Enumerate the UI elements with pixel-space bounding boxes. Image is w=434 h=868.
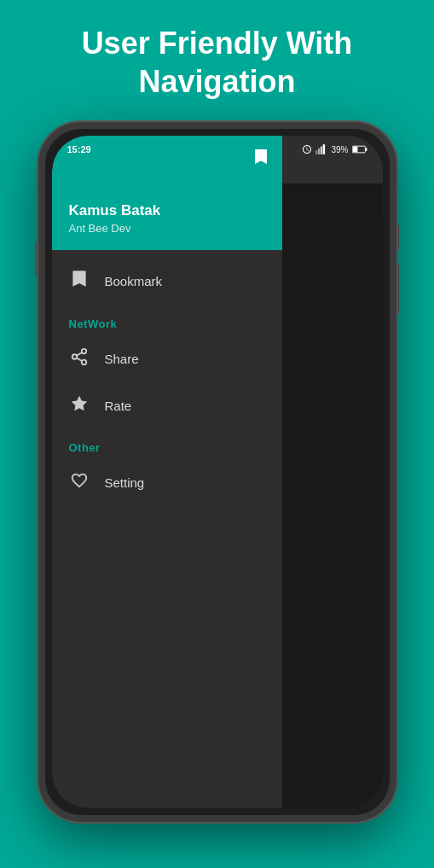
drawer-menu: Bookmark NetWork Share [52,250,282,808]
app-content [282,136,383,808]
phone-screen: 15:29 39% [52,136,383,808]
menu-item-share[interactable]: Share [52,335,282,382]
drawer-app-sub: Ant Bee Dev [69,222,265,235]
signal-icon [315,144,327,154]
svg-line-10 [76,358,81,361]
alarm-icon [302,144,312,154]
svg-rect-0 [315,150,317,154]
svg-rect-5 [352,147,357,152]
status-icons: 39% [302,144,367,154]
section-header-other: Other [52,429,282,459]
share-icon [69,347,90,370]
drawer-app-name: Kamus Batak [69,202,265,219]
headline: User Friendly With Navigation [48,0,387,118]
menu-item-bookmark[interactable]: Bookmark [52,257,282,306]
navigation-drawer: Kamus Batak Ant Bee Dev Bookmark NetWork [52,136,282,808]
svg-rect-1 [318,149,320,154]
svg-line-11 [76,352,81,356]
menu-label-bookmark: Bookmark [105,274,163,288]
bookmark-icon [69,269,90,294]
headline-line1: User Friendly With [82,26,353,61]
phone-frame: 15:29 39% [38,122,396,822]
menu-label-share: Share [105,352,139,366]
svg-rect-3 [323,144,325,154]
battery-icon [352,145,367,154]
section-header-network: NetWork [52,306,282,335]
svg-marker-12 [71,396,86,411]
wrench-icon [69,471,90,494]
status-bar: 15:29 39% [52,136,383,163]
phone-wrapper: 15:29 39% [38,122,396,822]
menu-item-rate[interactable]: Rate [52,382,282,429]
status-time: 15:29 [67,144,91,154]
battery-percent: 39% [331,145,348,154]
headline-line2: Navigation [138,64,295,99]
menu-label-setting: Setting [105,475,145,490]
star-icon [69,394,90,417]
svg-rect-2 [321,147,322,154]
svg-rect-6 [365,148,367,151]
menu-label-rate: Rate [105,399,132,413]
menu-item-setting[interactable]: Setting [52,459,282,506]
